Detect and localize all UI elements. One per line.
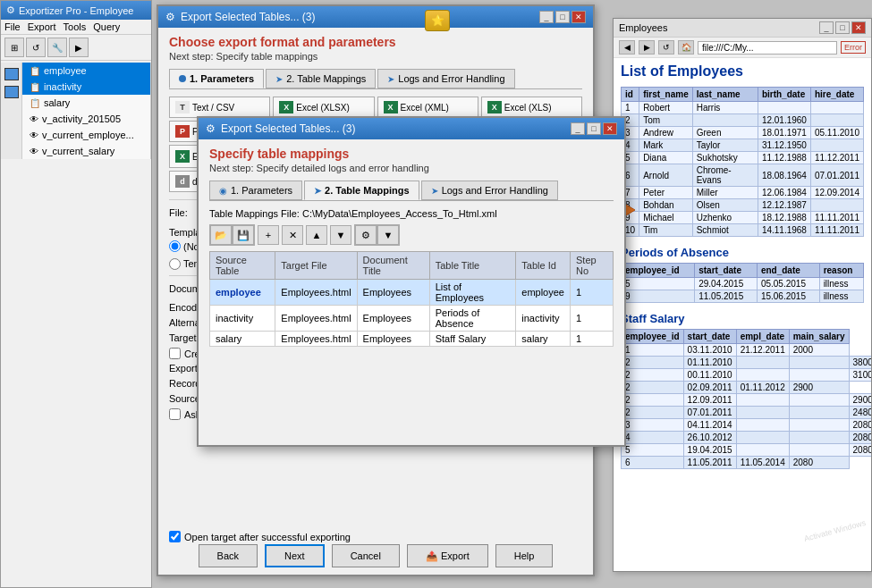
- star-button[interactable]: ⭐: [425, 10, 450, 31]
- nav-refresh[interactable]: ↺: [658, 40, 674, 55]
- mappings-file-row: Table Mappings File: C:\MyData\Employees…: [209, 208, 614, 219]
- toolbar-btn-2[interactable]: ↺: [26, 38, 46, 57]
- cell: 12.01.1960: [758, 114, 810, 127]
- browser-minimize[interactable]: _: [819, 21, 834, 34]
- cell: Bohdan: [639, 199, 693, 212]
- cell: [736, 407, 789, 419]
- cell: Chrome-Evans: [692, 164, 758, 187]
- ask-checkbox[interactable]: [169, 408, 181, 420]
- col-start-date2: start_date: [683, 330, 736, 344]
- app-menubar: File Export Tools Query: [1, 20, 151, 35]
- cell: [736, 444, 789, 457]
- dialog-bg-title: Export Selected Tables... (3): [181, 11, 316, 23]
- cell: [789, 369, 849, 382]
- cell: 04.11.2014: [683, 419, 736, 432]
- fg-tab-parameters[interactable]: ◉ 1. Parameters: [209, 181, 302, 200]
- settings-button[interactable]: ⚙: [355, 225, 377, 245]
- col-table-title: Table Title: [429, 252, 516, 280]
- sidebar-item-v-current-employee[interactable]: 👁 v_current_employe...: [22, 127, 150, 143]
- table-row[interactable]: salary Employees.html Employees Staff Sa…: [210, 332, 614, 347]
- browser-maximize[interactable]: □: [835, 21, 850, 34]
- dialog-fg-titlebar: ⚙ Export Selected Tables... (3) _ □ ✕: [199, 118, 624, 139]
- sidebar-item-salary[interactable]: 📋 salary: [22, 95, 150, 111]
- cell: Michael: [639, 212, 693, 224]
- tab-table-mappings[interactable]: ➤ 2. Table Mappings: [266, 69, 376, 88]
- template-file-radio[interactable]: [169, 258, 181, 270]
- excel-ole-icon: X: [175, 150, 190, 163]
- template-none-radio[interactable]: [169, 240, 181, 252]
- list-item: 2Tom12.01.1960: [622, 114, 864, 127]
- browser-window-controls: _ □ ✕: [819, 21, 866, 34]
- move-down-button[interactable]: ▼: [330, 225, 351, 245]
- menu-query[interactable]: Query: [93, 21, 120, 32]
- menu-export[interactable]: Export: [28, 21, 56, 32]
- toolbar-btn-1[interactable]: ⊞: [4, 38, 24, 57]
- folder-open-button[interactable]: 📂: [210, 225, 232, 245]
- format-excel-xml[interactable]: X Excel (XML): [377, 97, 478, 118]
- help-button[interactable]: Help: [495, 544, 554, 567]
- save-button[interactable]: 💾: [233, 225, 254, 245]
- table-id-cell: inactivity: [516, 306, 571, 332]
- salary-section-title: Staff Salary: [621, 312, 864, 325]
- nav-home[interactable]: 🏠: [678, 40, 694, 55]
- step-no-cell: 1: [570, 306, 613, 332]
- close-button[interactable]: ✕: [571, 11, 586, 23]
- fg-tab-logs[interactable]: ➤ Logs and Error Handling: [421, 181, 558, 200]
- cell: 11.12.1988: [758, 152, 810, 164]
- cell: 21.12.2011: [736, 344, 789, 357]
- format-csv[interactable]: T Text / CSV: [169, 97, 270, 118]
- nav-back[interactable]: ◀: [619, 40, 635, 55]
- next-button[interactable]: Next: [265, 544, 325, 567]
- list-item: 519.04.20152080: [622, 444, 872, 457]
- cell: [692, 114, 758, 127]
- tab-parameters[interactable]: 1. Parameters: [169, 69, 264, 88]
- dialog-bg-buttons: Back Next Cancel 📤 Export Help: [158, 544, 593, 567]
- toolbar-btn-3[interactable]: 🔧: [47, 38, 67, 57]
- app-icon: ⚙: [6, 4, 15, 16]
- back-button[interactable]: Back: [199, 544, 258, 567]
- open-target-checkbox[interactable]: [169, 531, 181, 542]
- delete-row-button[interactable]: ✕: [282, 225, 303, 245]
- dropdown-arrow[interactable]: ▼: [377, 225, 399, 245]
- sidebar-item-inactivity[interactable]: 📋 inactivity: [22, 79, 150, 95]
- table-row[interactable]: inactivity Employees.html Employees Peri…: [210, 306, 614, 332]
- sidebar-item-v-activity[interactable]: 👁 v_activity_201505: [22, 111, 150, 127]
- maximize-button[interactable]: □: [555, 11, 570, 23]
- add-row-button[interactable]: +: [258, 225, 279, 245]
- tab-logs[interactable]: ➤ Logs and Error Handling: [377, 69, 514, 88]
- cell: 1: [622, 344, 684, 357]
- create-checkbox[interactable]: [169, 348, 181, 359]
- cell: 11.05.2014: [736, 457, 789, 469]
- menu-tools[interactable]: Tools: [63, 21, 87, 32]
- format-excel-xls[interactable]: X Excel (XLS): [481, 97, 582, 118]
- menu-file[interactable]: File: [4, 21, 21, 32]
- cancel-button[interactable]: Cancel: [332, 544, 400, 567]
- minimize-button[interactable]: _: [539, 11, 554, 23]
- cell: 05.05.2015: [757, 278, 819, 290]
- table-row[interactable]: employee Employees.html Employees List o…: [210, 280, 614, 306]
- browser-close[interactable]: ✕: [851, 21, 866, 34]
- dialog-fg-header-sub: Next step: Specify detailed logs and err…: [209, 163, 614, 173]
- step-no-cell: 1: [570, 332, 613, 347]
- absence-table: employee_id start_date end_date reason 5…: [621, 263, 864, 303]
- move-up-button[interactable]: ▲: [306, 225, 327, 245]
- table-title-cell: Periods of Absence: [429, 306, 516, 332]
- cell: 11.05.2015: [695, 290, 758, 303]
- sidebar-item-employee[interactable]: 📋 employee: [22, 63, 150, 79]
- source-table-cell: employee: [210, 280, 275, 306]
- nav-forward[interactable]: ▶: [639, 40, 655, 55]
- sidebar-item-v-current-salary[interactable]: 👁 v_current_salary: [22, 143, 150, 159]
- fg-minimize-button[interactable]: _: [571, 122, 585, 135]
- list-item: 4MarkTaylor31.12.1950: [622, 139, 864, 152]
- export-button[interactable]: 📤 Export: [407, 544, 488, 567]
- source-table-cell: salary: [210, 332, 275, 347]
- address-bar[interactable]: [698, 41, 837, 55]
- format-excel-xlsx[interactable]: X Excel (XLSX): [273, 97, 374, 118]
- fg-close-button[interactable]: ✕: [603, 122, 617, 135]
- cell: 18.01.1971: [758, 127, 810, 139]
- cell: [736, 419, 789, 432]
- toolbar-btn-4[interactable]: ▶: [69, 38, 89, 57]
- fg-maximize-button[interactable]: □: [587, 122, 601, 135]
- fg-tab-table-mappings[interactable]: ➤ 2. Table Mappings: [304, 181, 419, 200]
- cell: [789, 357, 849, 369]
